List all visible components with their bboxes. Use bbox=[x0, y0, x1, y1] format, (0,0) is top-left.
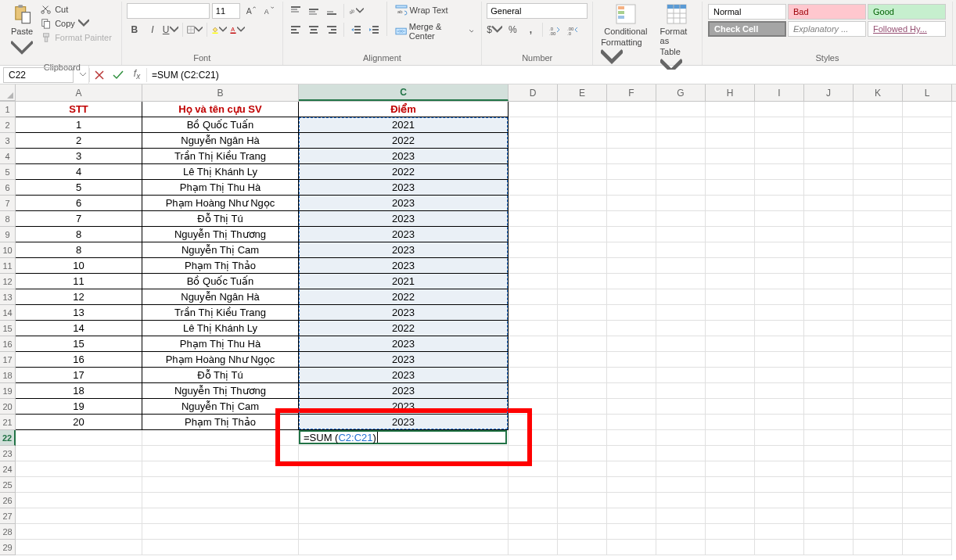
cell[interactable] bbox=[509, 477, 558, 493]
cell[interactable] bbox=[16, 477, 142, 493]
cell[interactable] bbox=[903, 336, 952, 352]
cell[interactable] bbox=[706, 258, 755, 274]
cell[interactable] bbox=[804, 305, 854, 321]
row-header[interactable]: 24 bbox=[0, 461, 16, 477]
decrease-font-button[interactable]: A bbox=[261, 3, 276, 19]
cell-score[interactable]: 2023 bbox=[299, 415, 509, 430]
cell[interactable] bbox=[558, 368, 607, 383]
cell[interactable] bbox=[903, 430, 952, 446]
row-header[interactable]: 6 bbox=[0, 180, 16, 196]
row-header[interactable]: 26 bbox=[0, 493, 16, 508]
cell[interactable] bbox=[804, 242, 854, 258]
cell[interactable] bbox=[558, 524, 607, 540]
cell[interactable] bbox=[854, 430, 903, 446]
cell[interactable] bbox=[755, 211, 804, 227]
cell[interactable] bbox=[607, 258, 656, 274]
cell[interactable] bbox=[558, 102, 607, 117]
cell[interactable] bbox=[607, 430, 656, 446]
cell[interactable] bbox=[804, 383, 854, 399]
cell[interactable] bbox=[558, 289, 607, 305]
cell[interactable] bbox=[142, 493, 299, 508]
cell[interactable] bbox=[706, 415, 755, 430]
cell[interactable] bbox=[656, 196, 706, 211]
cancel-button[interactable] bbox=[90, 66, 109, 84]
cell[interactable] bbox=[755, 227, 804, 242]
name-box-dropdown[interactable] bbox=[77, 66, 89, 84]
cell-stt[interactable]: 18 bbox=[16, 383, 142, 399]
cell[interactable] bbox=[558, 149, 607, 164]
enter-button[interactable] bbox=[109, 66, 128, 84]
cell[interactable] bbox=[656, 446, 706, 461]
cell[interactable] bbox=[903, 211, 952, 227]
cell[interactable] bbox=[804, 493, 854, 508]
cell[interactable] bbox=[854, 383, 903, 399]
cell[interactable] bbox=[755, 493, 804, 508]
cell[interactable] bbox=[558, 540, 607, 555]
cell[interactable] bbox=[607, 477, 656, 493]
row-header[interactable]: 10 bbox=[0, 242, 16, 258]
paste-button[interactable]: Paste bbox=[8, 2, 36, 61]
cell-name[interactable]: Phạm Hoàng Như Ngọc bbox=[142, 196, 299, 211]
cell-score[interactable]: 2023 bbox=[299, 258, 509, 274]
cell-styles-gallery[interactable]: Normal Bad Good Check Cell Explanatory .… bbox=[707, 2, 947, 38]
cell[interactable] bbox=[509, 242, 558, 258]
cell[interactable] bbox=[509, 258, 558, 274]
cell[interactable] bbox=[509, 133, 558, 149]
cell[interactable] bbox=[558, 117, 607, 133]
cell[interactable] bbox=[558, 321, 607, 336]
cell[interactable] bbox=[755, 258, 804, 274]
cell[interactable] bbox=[558, 383, 607, 399]
increase-decimal-button[interactable]: .0.00 bbox=[547, 22, 562, 38]
cell[interactable] bbox=[558, 399, 607, 415]
decrease-decimal-button[interactable]: .00.0 bbox=[565, 22, 580, 38]
cell[interactable] bbox=[607, 102, 656, 117]
select-all-corner[interactable] bbox=[0, 84, 16, 101]
cell-score[interactable]: 2023 bbox=[299, 336, 509, 352]
cell-name[interactable]: Phạm Thị Thu Hà bbox=[142, 180, 299, 196]
table-header-b[interactable]: Họ và tên cựu SV bbox=[142, 102, 299, 117]
cell[interactable] bbox=[16, 493, 142, 508]
row-header[interactable]: 23 bbox=[0, 446, 16, 461]
cell[interactable] bbox=[509, 415, 558, 430]
cell[interactable] bbox=[607, 211, 656, 227]
cell[interactable] bbox=[854, 493, 903, 508]
cell[interactable] bbox=[854, 289, 903, 305]
cell[interactable] bbox=[903, 540, 952, 555]
row-header[interactable]: 2 bbox=[0, 117, 16, 133]
align-bottom-button[interactable] bbox=[324, 3, 340, 19]
cell-score[interactable]: 2021 bbox=[299, 274, 509, 289]
cell-score[interactable]: 2021 bbox=[299, 117, 509, 133]
cell[interactable] bbox=[706, 493, 755, 508]
cell-score[interactable]: 2023 bbox=[299, 242, 509, 258]
cell[interactable] bbox=[299, 540, 509, 555]
style-bad[interactable]: Bad bbox=[788, 4, 866, 20]
cell[interactable] bbox=[903, 242, 952, 258]
cell[interactable] bbox=[509, 461, 558, 477]
cell[interactable] bbox=[607, 399, 656, 415]
cell[interactable] bbox=[558, 196, 607, 211]
cell[interactable] bbox=[558, 430, 607, 446]
cell[interactable] bbox=[755, 461, 804, 477]
cell[interactable] bbox=[706, 196, 755, 211]
cut-button[interactable]: Cut bbox=[39, 3, 113, 16]
cell[interactable] bbox=[656, 415, 706, 430]
col-header-I[interactable]: I bbox=[755, 84, 804, 101]
orientation-button[interactable]: ab bbox=[348, 3, 364, 19]
cell[interactable] bbox=[607, 133, 656, 149]
row-header[interactable]: 12 bbox=[0, 274, 16, 289]
cell[interactable] bbox=[854, 227, 903, 242]
bold-button[interactable]: B bbox=[127, 22, 142, 38]
cell-name[interactable]: Lê Thị Khánh Ly bbox=[142, 164, 299, 180]
cell-score[interactable]: 2023 bbox=[299, 211, 509, 227]
accounting-format-button[interactable]: $ bbox=[487, 22, 502, 38]
cell-stt[interactable]: 1 bbox=[16, 117, 142, 133]
cell[interactable] bbox=[656, 227, 706, 242]
col-header-B[interactable]: B bbox=[142, 84, 299, 101]
cell[interactable] bbox=[804, 102, 854, 117]
cell[interactable] bbox=[16, 446, 142, 461]
cell[interactable] bbox=[854, 524, 903, 540]
style-explanatory[interactable]: Explanatory ... bbox=[788, 21, 866, 37]
cell[interactable] bbox=[299, 446, 509, 461]
cell-name[interactable]: Phạm Thị Thảo bbox=[142, 415, 299, 430]
cell[interactable] bbox=[706, 102, 755, 117]
